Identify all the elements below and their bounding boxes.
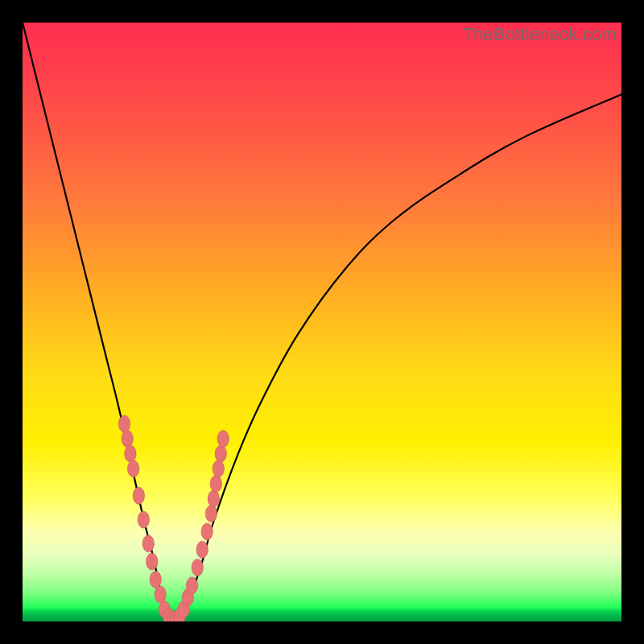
curve-marker xyxy=(133,487,144,504)
curve-marker xyxy=(210,475,221,492)
plot-svg xyxy=(23,23,621,621)
curve-marker xyxy=(150,571,161,588)
curve-marker xyxy=(122,431,133,448)
curve-marker xyxy=(217,431,229,448)
curve-marker xyxy=(118,415,130,432)
curve-marker xyxy=(125,445,136,462)
curve-marker xyxy=(142,535,154,552)
bottleneck-curve xyxy=(23,23,621,621)
curve-marker xyxy=(213,460,224,477)
curve-marker xyxy=(192,559,203,576)
curve-markers xyxy=(118,415,229,621)
curve-marker xyxy=(147,553,158,570)
curve-marker xyxy=(186,577,197,594)
plot-frame: TheBottleneck.com xyxy=(23,23,621,621)
curve-marker xyxy=(196,541,208,558)
curve-marker xyxy=(215,445,226,462)
curve-marker xyxy=(138,511,149,528)
curve-marker xyxy=(205,506,217,522)
curve-marker xyxy=(127,460,138,477)
curve-marker xyxy=(208,490,219,507)
curve-marker xyxy=(155,586,166,603)
watermark-text: TheBottleneck.com xyxy=(462,24,617,45)
curve-marker xyxy=(201,523,213,540)
